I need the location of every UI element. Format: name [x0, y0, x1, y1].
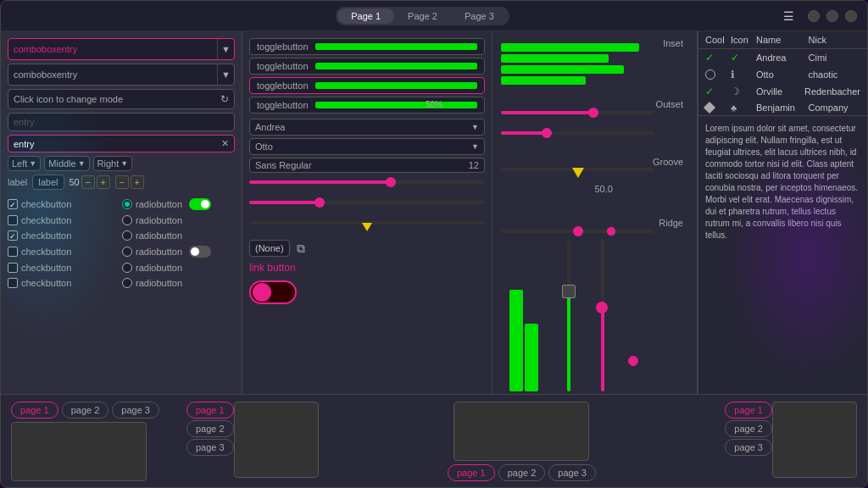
- tab-2-page2[interactable]: page 2: [186, 420, 234, 437]
- toggle-1[interactable]: [189, 198, 211, 210]
- step-plus[interactable]: +: [97, 175, 110, 189]
- radio-1[interactable]: [122, 199, 132, 209]
- toggle-off-button[interactable]: [249, 280, 297, 304]
- tab-1-page1[interactable]: page 1: [11, 402, 58, 419]
- checkbox-6[interactable]: [8, 278, 18, 288]
- combobox-input[interactable]: [8, 41, 217, 58]
- minimize-button[interactable]: [808, 10, 820, 22]
- slider-3-thumb[interactable]: [362, 223, 372, 231]
- checkbox-3[interactable]: [8, 230, 18, 241]
- titlebar-tab-2[interactable]: Page 2: [394, 8, 451, 24]
- toggle-btn-4[interactable]: togglebutton: [249, 97, 485, 114]
- tab-3-page3[interactable]: page 3: [548, 464, 596, 481]
- tab-group-3: page 1 page 2 page 3: [448, 402, 596, 481]
- main-window: Page 1 Page 2 Page 3 ☰ ▼ ▼: [0, 0, 868, 488]
- tab-1-page2[interactable]: page 2: [62, 402, 109, 419]
- close-button[interactable]: [845, 10, 857, 22]
- radio-5[interactable]: [122, 263, 132, 273]
- tab-4-page3[interactable]: page 3: [725, 439, 772, 456]
- align-left-combo[interactable]: Left ▼: [8, 156, 41, 171]
- step2-plus[interactable]: +: [131, 175, 144, 189]
- slider-1-fill: [249, 180, 391, 184]
- align-middle-label: Middle: [48, 158, 75, 169]
- refresh-icon[interactable]: ↻: [220, 93, 229, 105]
- radio-label-2: radiobutton: [136, 215, 182, 225]
- mid-combo-andrea: Andrea ▼: [249, 119, 485, 136]
- cool-circle-2: [705, 69, 715, 80]
- slider-2-thumb[interactable]: [314, 197, 325, 208]
- outset-sliders: [501, 106, 654, 147]
- cool-diamond-4: [704, 102, 715, 114]
- combobox2-input[interactable]: [8, 66, 217, 83]
- tab-group-2: page 1 page 2 page 3: [186, 402, 319, 478]
- tab-3-page1[interactable]: page 1: [448, 464, 495, 481]
- align-middle-combo[interactable]: Middle ▼: [44, 156, 89, 171]
- entry-clear-icon[interactable]: ✕: [221, 138, 229, 149]
- radio-3[interactable]: [122, 230, 132, 241]
- stepper-value: 50: [70, 177, 80, 187]
- slider-1-thumb[interactable]: [386, 177, 396, 187]
- toggle-bar-3: [315, 82, 477, 89]
- check-label-5: checkbutton: [21, 263, 71, 273]
- bottom-area: page 1 page 2 page 3 page 1 page 2 page …: [1, 394, 867, 487]
- tab-2-page1[interactable]: page 1: [186, 402, 234, 419]
- tab-group-4: page 1 page 2 page 3: [725, 402, 857, 478]
- tree-row-2[interactable]: ℹ Otto chaotic: [698, 66, 867, 83]
- radio-6[interactable]: [122, 278, 132, 288]
- mid-combo-otto: Otto ▼: [249, 138, 485, 155]
- check-item-5: checkbutton: [8, 261, 120, 274]
- combobox2-arrow[interactable]: ▼: [217, 64, 234, 85]
- cool-check-3: ✓: [705, 86, 731, 97]
- radio-label-3: radiobutton: [136, 230, 182, 241]
- combo-andrea-arrow[interactable]: ▼: [471, 123, 479, 131]
- tab-content-4: [772, 402, 857, 478]
- tab-4-page1[interactable]: page 1: [725, 402, 772, 419]
- maximize-button[interactable]: [826, 10, 838, 22]
- radio-item-5: radiobutton: [122, 261, 235, 274]
- click-icon-row: Click icon to change mode ↻: [8, 89, 235, 109]
- inset-bar-1: [501, 43, 639, 52]
- tree-row-4[interactable]: ♣ Benjamin Company: [698, 100, 867, 115]
- toggle-btn-3[interactable]: togglebutton: [249, 77, 485, 94]
- toggle-2[interactable]: [189, 246, 211, 258]
- combobox-arrow[interactable]: ▼: [217, 39, 234, 59]
- step-minus[interactable]: −: [81, 175, 95, 189]
- hamburger-icon[interactable]: ☰: [783, 9, 794, 23]
- align-right-label: Right: [97, 158, 120, 169]
- spinbox-font: Sans Regular: [255, 160, 465, 170]
- tree-row-3[interactable]: ✓ ☽ Orville Redenbacher: [698, 83, 867, 100]
- checkbox-4[interactable]: [8, 247, 18, 257]
- inset-bar-3: [501, 65, 624, 74]
- toggle-btn-4-label: togglebutton: [257, 100, 309, 110]
- entry-active-row: entry ✕: [8, 135, 235, 152]
- link-button[interactable]: link button: [249, 262, 296, 274]
- combo-otto-arrow[interactable]: ▼: [471, 142, 479, 151]
- step2-minus[interactable]: −: [115, 175, 129, 189]
- entry-active-value: entry: [14, 139, 34, 149]
- tab-2-page3[interactable]: page 3: [186, 439, 234, 456]
- radio-item-6: radiobutton: [122, 276, 235, 290]
- radio-2[interactable]: [122, 215, 132, 225]
- checkbox-5[interactable]: [8, 263, 18, 273]
- nick-4: Company: [809, 103, 861, 113]
- tab-3-page2[interactable]: page 2: [498, 464, 546, 481]
- checkbox-1[interactable]: [8, 199, 18, 209]
- toggle-btn-1[interactable]: togglebutton: [249, 38, 485, 55]
- titlebar-tab-3[interactable]: Page 3: [451, 8, 508, 24]
- tree-row-1[interactable]: ✓ ✓ Andrea Cimi: [698, 49, 867, 66]
- checkbox-2[interactable]: [8, 215, 18, 225]
- tab-1-page3[interactable]: page 3: [112, 402, 159, 419]
- radio-4[interactable]: [122, 247, 132, 257]
- tab-4-page2[interactable]: page 2: [725, 420, 772, 437]
- titlebar-tab-1[interactable]: Page 1: [337, 8, 394, 24]
- lorem-text-box: Lorem ipsum dolor sit amet, consectetur …: [698, 115, 867, 248]
- vert-green-bars: [509, 256, 538, 391]
- copy-icon[interactable]: ⧉: [297, 241, 305, 256]
- radio-label-6: radiobutton: [136, 278, 182, 288]
- toggle-btn-2[interactable]: togglebutton: [249, 58, 485, 75]
- checks-grid: checkbutton radiobutton checkbutton radi…: [8, 197, 235, 290]
- align-right-combo[interactable]: Right ▼: [93, 156, 133, 171]
- inset-bar-2: [501, 54, 609, 63]
- tree-header: Cool Icon Name Nick: [698, 31, 867, 49]
- check-label-6: checkbutton: [21, 278, 71, 288]
